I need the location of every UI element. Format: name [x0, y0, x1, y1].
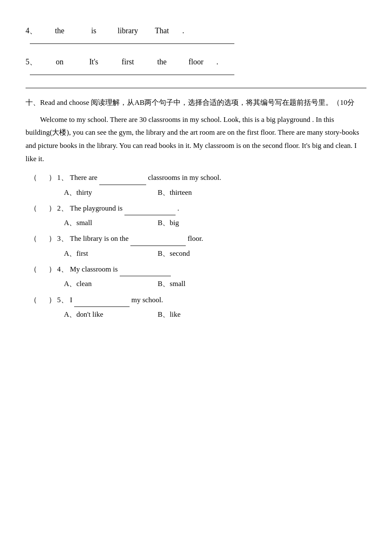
q5-answer[interactable]	[38, 293, 49, 307]
q2-bracket-close: ）	[49, 202, 57, 215]
q2-answer[interactable]	[38, 202, 49, 215]
q1-text-before: There are	[70, 173, 98, 182]
q5-options: A、don't like B、like	[64, 308, 366, 321]
q5-text: I my school.	[70, 293, 366, 307]
q3-blank[interactable]	[130, 231, 186, 246]
q5-bracket-open: （	[30, 293, 38, 307]
q2-num: 2、	[57, 202, 70, 215]
q1-blank[interactable]	[99, 171, 146, 185]
section-divider	[26, 88, 366, 88]
q5-blank[interactable]	[74, 293, 130, 307]
section-item-4: 4、 the is library That .	[26, 26, 366, 44]
q1-text: There are classrooms in my school.	[70, 171, 366, 185]
word-4-3: library	[111, 26, 145, 35]
q2-blank[interactable]	[124, 201, 176, 215]
q3-option-b: B、second	[158, 247, 251, 260]
question-row-5: （ ） 5、 I my school.	[30, 293, 366, 307]
q5-text-before: I	[70, 296, 72, 304]
q3-num: 3、	[57, 232, 70, 246]
question-row-4: （ ） 4、 My classroom is	[30, 262, 366, 276]
q1-bracket-close: ）	[49, 171, 57, 185]
word-5-5: floor	[179, 58, 213, 66]
questions-list: （ ） 1、 There are classrooms in my school…	[30, 171, 366, 321]
answer-line-5	[30, 75, 234, 75]
q4-option-a: A、clean	[64, 277, 158, 291]
q4-blank[interactable]	[120, 262, 171, 276]
question-row-3: （ ） 3、 The library is on the floor.	[30, 231, 366, 246]
q5-option-b: B、like	[158, 308, 251, 321]
section-item-5: 5、 on It's first the floor .	[26, 57, 366, 75]
item-num-5: 5、	[26, 57, 43, 67]
q3-bracket-open: （	[30, 232, 38, 246]
section-ten: 十、Read and choose 阅读理解，从AB两个句子中，选择合适的选项，…	[26, 97, 366, 321]
word-row-4: 4、 the is library That .	[26, 26, 366, 36]
word-4-1: the	[43, 26, 77, 35]
q3-option-a: A、first	[64, 247, 158, 260]
word-4-2: is	[77, 26, 111, 35]
q3-text: The library is on the floor.	[70, 231, 366, 246]
q2-text-after: .	[177, 204, 179, 212]
q3-answer[interactable]	[38, 232, 49, 246]
q4-bracket-open: （	[30, 263, 38, 276]
q3-text-after: floor.	[187, 234, 203, 243]
q2-option-b: B、big	[158, 216, 251, 230]
q4-option-b: B、small	[158, 277, 251, 291]
word-5-4: the	[145, 58, 179, 66]
q1-num: 1、	[57, 171, 70, 185]
q4-text: My classroom is	[70, 262, 366, 276]
q2-text-before: The playground is	[70, 204, 123, 212]
q2-text: The playground is .	[70, 201, 366, 215]
section-ten-header: 十、Read and choose 阅读理解，从AB两个句子中，选择合适的选项，…	[26, 97, 366, 109]
section-ten-passage: Welcome to my school. There are 30 class…	[26, 113, 366, 165]
q2-option-a: A、small	[64, 216, 158, 230]
q2-options: A、small B、big	[64, 216, 366, 230]
question-row-1: （ ） 1、 There are classrooms in my school…	[30, 171, 366, 185]
word-5-6: .	[213, 58, 222, 66]
q2-bracket-open: （	[30, 202, 38, 215]
q1-answer[interactable]	[38, 171, 49, 185]
q1-option-a: A、thirty	[64, 186, 158, 199]
q4-bracket-close: ）	[49, 263, 57, 276]
word-5-3: first	[111, 58, 145, 66]
q1-options: A、thirty B、thirteen	[64, 186, 366, 199]
q5-bracket-close: ）	[49, 293, 57, 307]
word-4-5: .	[179, 26, 187, 35]
q3-bracket-close: ）	[49, 232, 57, 246]
q5-option-a: A、don't like	[64, 308, 158, 321]
q4-num: 4、	[57, 263, 70, 276]
word-5-2: It's	[77, 58, 111, 66]
question-row-2: （ ） 2、 The playground is .	[30, 201, 366, 215]
q4-text-before: My classroom is	[70, 265, 118, 273]
q4-answer[interactable]	[38, 263, 49, 276]
q3-options: A、first B、second	[64, 247, 366, 260]
word-4-4: That	[145, 26, 179, 35]
q1-option-b: B、thirteen	[158, 186, 251, 199]
q4-options: A、clean B、small	[64, 277, 366, 291]
q1-text-after: classrooms in my school.	[148, 173, 221, 182]
q5-text-after: my school.	[131, 296, 163, 304]
word-row-5: 5、 on It's first the floor .	[26, 57, 366, 67]
answer-line-4	[30, 43, 234, 44]
word-5-1: on	[43, 58, 77, 66]
q1-bracket-open: （	[30, 171, 38, 185]
item-num-4: 4、	[26, 26, 43, 36]
q5-num: 5、	[57, 293, 70, 307]
q3-text-before: The library is on the	[70, 234, 129, 243]
